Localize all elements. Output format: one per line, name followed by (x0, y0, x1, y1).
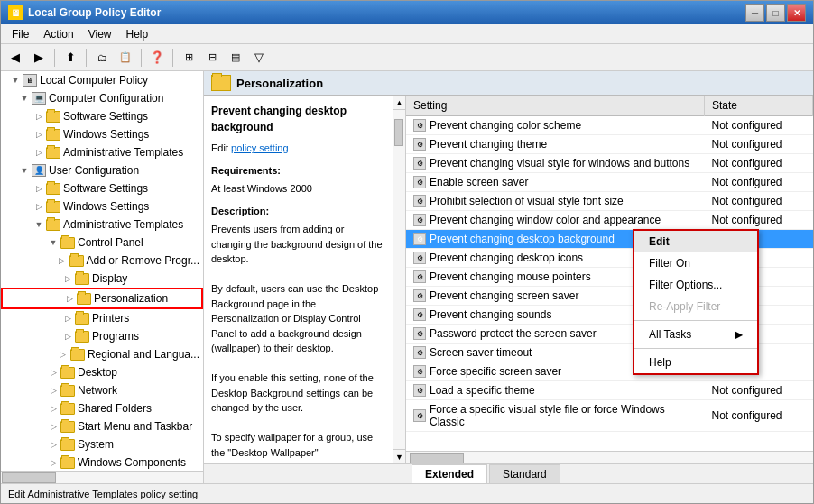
filter-button[interactable]: ▽ (248, 47, 270, 69)
setting-row-icon: ⚙ (413, 365, 426, 378)
table-row[interactable]: ⚙Prevent changing visual style for windo… (406, 154, 813, 173)
tab-extended[interactable]: Extended (412, 464, 487, 483)
properties-button[interactable]: 📋 (115, 47, 136, 69)
setting-label: Prevent changing window color and appear… (430, 214, 661, 226)
table-row[interactable]: ⚙Prevent changing color schemeNot config… (406, 116, 813, 135)
sm-expand-icon[interactable]: ▷ (46, 419, 60, 434)
ss-cc-folder-icon (46, 111, 60, 123)
tree-horizontal-scrollbar[interactable] (1, 471, 203, 483)
tree-network[interactable]: ▷ Network (1, 381, 203, 399)
settings-panel: Setting State ⚙Prevent changing color sc… (406, 96, 813, 463)
regional-expand-icon[interactable]: ▷ (56, 347, 70, 362)
col-state-header[interactable]: State (705, 96, 813, 116)
tree-root[interactable]: ▼ 🖥 Local Computer Policy (1, 71, 203, 89)
wc-expand-icon[interactable]: ▷ (46, 455, 60, 470)
menu-file[interactable]: File (5, 26, 36, 42)
setting-label: Prevent changing color scheme (430, 119, 581, 132)
ctx-filter-options[interactable]: Filter Options... (634, 274, 757, 296)
at-uc-expand-icon[interactable]: ▼ (32, 217, 46, 232)
tree-printers[interactable]: ▷ Printers (1, 309, 203, 327)
tree-programs[interactable]: ▷ Programs (1, 327, 203, 345)
tree-personalization[interactable]: ▷ Personalization (1, 288, 203, 309)
view2-button[interactable]: ⊟ (201, 47, 223, 69)
tree-win-components[interactable]: ▷ Windows Components (1, 454, 203, 471)
network-expand-icon[interactable]: ▷ (46, 383, 60, 398)
ctx-edit-label: Edit (649, 235, 670, 248)
tree-windows-settings-cc[interactable]: ▷ Windows Settings (1, 125, 203, 143)
tree-windows-settings-uc[interactable]: ▷ Windows Settings (1, 197, 203, 215)
tree-panel[interactable]: ▼ 🖥 Local Computer Policy ▼ 💻 Computer C… (1, 71, 204, 471)
pers-expand-icon[interactable]: ▷ (62, 291, 77, 306)
tree-desktop[interactable]: ▷ Desktop (1, 363, 203, 381)
menu-help[interactable]: Help (119, 26, 156, 42)
table-row[interactable]: ⚙Prevent changing window color and appea… (406, 211, 813, 230)
display-expand-icon[interactable]: ▷ (60, 271, 75, 286)
tree-ss-cc-label: Software Settings (63, 110, 148, 123)
computer-config-expand-icon[interactable]: ▼ (17, 91, 32, 105)
tree-hscroll-thumb[interactable] (2, 472, 56, 483)
ar-expand-icon[interactable]: ▷ (55, 253, 69, 268)
settings-hscroll-thumb[interactable] (410, 453, 464, 463)
policy-setting-link[interactable]: policy setting (231, 142, 289, 153)
tree-admin-templates-uc[interactable]: ▼ Administrative Templates (1, 215, 203, 234)
help-button[interactable]: ❓ (146, 47, 168, 69)
table-row[interactable]: ⚙Load a specific themeNot configured (406, 381, 813, 400)
show-hide-button[interactable]: 🗂 (91, 47, 113, 69)
tree-software-settings-cc[interactable]: ▷ Software Settings (1, 107, 203, 125)
desc-scrollbar[interactable]: ▲ ▼ (393, 96, 406, 463)
up-button[interactable]: ⬆ (60, 47, 81, 69)
view3-button[interactable]: ▤ (225, 47, 246, 69)
desc-scroll-up[interactable]: ▲ (393, 96, 405, 110)
tree-computer-config[interactable]: ▼ 💻 Computer Configuration (1, 89, 203, 107)
ss-cc-expand-icon[interactable]: ▷ (32, 109, 46, 124)
at-cc-expand-icon[interactable]: ▷ (32, 145, 46, 160)
tree-regional[interactable]: ▷ Regional and Langua... (1, 345, 203, 363)
status-text: Edit Administrative Templates policy set… (8, 489, 198, 499)
ss-uc-expand-icon[interactable]: ▷ (32, 181, 46, 196)
state-cell: Not configured (705, 192, 813, 211)
minimize-button[interactable]: ─ (745, 4, 764, 22)
tree-user-config[interactable]: ▼ 👤 User Configuration (1, 161, 203, 179)
tree-add-remove[interactable]: ▷ Add or Remove Progr... (1, 252, 203, 270)
root-expand-icon[interactable]: ▼ (8, 73, 23, 87)
ws-uc-expand-icon[interactable]: ▷ (32, 199, 46, 214)
table-row[interactable]: ⚙Force a specific visual style file or f… (406, 400, 813, 432)
view1-button[interactable]: ⊞ (178, 47, 199, 69)
setting-cell: ⚙Prevent changing visual style for windo… (406, 154, 705, 173)
desc-scroll-thumb (394, 119, 403, 146)
tree-control-panel[interactable]: ▼ Control Panel (1, 234, 203, 252)
tree-software-settings-uc[interactable]: ▷ Software Settings (1, 179, 203, 197)
menu-action[interactable]: Action (36, 26, 80, 42)
desc-scroll-down[interactable]: ▼ (393, 449, 405, 463)
computer-config-icon: 💻 (32, 92, 46, 105)
sf-expand-icon[interactable]: ▷ (46, 401, 60, 416)
ctx-all-tasks[interactable]: All Tasks ▶ (634, 324, 757, 345)
ctx-edit[interactable]: Edit (634, 231, 757, 252)
tree-start-menu[interactable]: ▷ Start Menu and Taskbar (1, 417, 203, 435)
back-button[interactable]: ◀ (5, 47, 26, 69)
tree-display-label: Display (92, 272, 127, 285)
desktop-expand-icon[interactable]: ▷ (46, 365, 60, 380)
tab-standard[interactable]: Standard (489, 464, 560, 483)
table-row[interactable]: ⚙Prohibit selection of visual style font… (406, 192, 813, 211)
ctx-filter-on[interactable]: Filter On (634, 252, 757, 274)
cp-expand-icon[interactable]: ▼ (46, 235, 60, 250)
system-expand-icon[interactable]: ▷ (46, 437, 60, 452)
ctx-help[interactable]: Help (634, 352, 757, 373)
ws-cc-expand-icon[interactable]: ▷ (32, 127, 46, 142)
table-row[interactable]: ⚙Enable screen saverNot configured (406, 173, 813, 192)
user-config-expand-icon[interactable]: ▼ (17, 163, 32, 178)
tree-display[interactable]: ▷ Display (1, 270, 203, 288)
close-button[interactable]: ✕ (787, 4, 806, 22)
programs-expand-icon[interactable]: ▷ (60, 329, 75, 344)
forward-button[interactable]: ▶ (28, 47, 50, 69)
menu-view[interactable]: View (81, 26, 119, 42)
maximize-button[interactable]: □ (766, 4, 785, 22)
table-row[interactable]: ⚙Prevent changing themeNot configured (406, 135, 813, 154)
tree-shared-folders[interactable]: ▷ Shared Folders (1, 399, 203, 417)
settings-horizontal-scrollbar[interactable] (406, 451, 813, 463)
tree-admin-templates-cc[interactable]: ▷ Administrative Templates (1, 143, 203, 161)
printers-expand-icon[interactable]: ▷ (60, 311, 75, 325)
col-setting-header[interactable]: Setting (406, 96, 705, 116)
tree-system[interactable]: ▷ System (1, 435, 203, 454)
